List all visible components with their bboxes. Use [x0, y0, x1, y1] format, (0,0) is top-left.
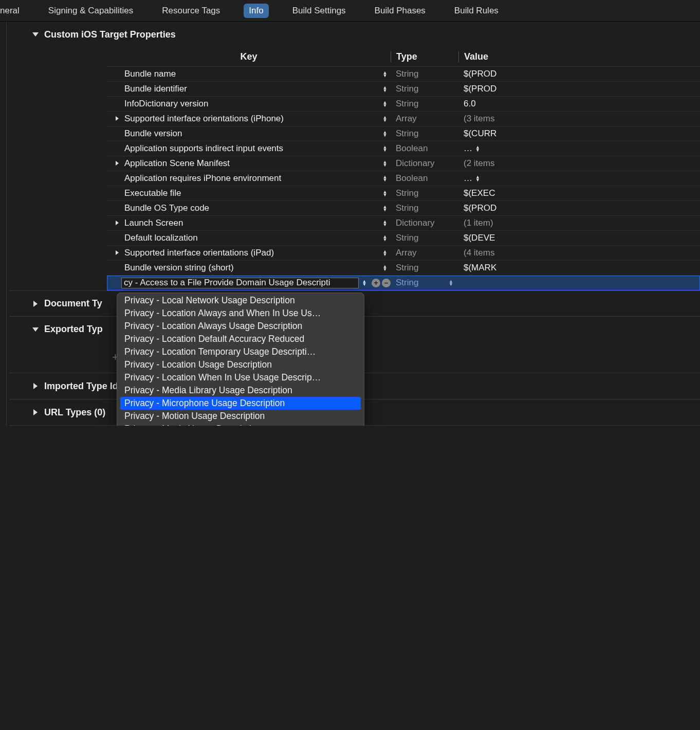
tab-general[interactable]: neral	[0, 4, 25, 18]
value-label: …▲▼	[458, 143, 500, 154]
type-label: String	[391, 233, 458, 243]
plist-row[interactable]: Application requires iPhone environment▲…	[107, 171, 700, 186]
dropdown-option[interactable]: Privacy - Local Network Usage Descriptio…	[117, 294, 364, 307]
plist-row[interactable]: Bundle identifier▲▼String$(PROD	[107, 82, 700, 97]
disclosure-triangle-icon[interactable]	[110, 220, 124, 227]
stepper-icon[interactable]: ▲▼	[379, 265, 391, 271]
type-label: Array	[391, 248, 458, 258]
stepper-icon[interactable]: ▲▼	[359, 280, 370, 286]
value-label: 6.0	[458, 99, 500, 109]
type-label: String	[391, 99, 458, 109]
value-stepper-icon[interactable]: ▲▼	[475, 145, 480, 152]
tab-signing[interactable]: Signing & Capabilities	[43, 4, 138, 18]
add-row-button[interactable]	[372, 279, 380, 287]
key-label: Launch Screen	[124, 218, 379, 228]
dropdown-option[interactable]: Privacy - Location Usage Description	[117, 358, 364, 371]
plist-table: Key Type Value Bundle name▲▼String$(PROD…	[9, 47, 700, 290]
dropdown-option[interactable]: Privacy - Location When In Use Usage Des…	[117, 371, 364, 384]
key-edit-input[interactable]: cy - Access to a File Provide Domain Usa…	[121, 278, 359, 288]
stepper-icon[interactable]: ▲▼	[379, 145, 391, 152]
plist-row[interactable]: Bundle OS Type code▲▼String$(PROD	[107, 201, 700, 216]
key-label: Default localization	[124, 233, 379, 243]
plist-row[interactable]: Application Scene Manifest▲▼Dictionary(2…	[107, 156, 700, 171]
type-label: String	[391, 129, 458, 139]
chevron-down-icon	[32, 31, 39, 38]
value-label: $(PROD	[458, 69, 500, 79]
section-title: Document Ty	[44, 298, 102, 309]
key-label: InfoDictionary version	[124, 99, 379, 109]
plist-row[interactable]: InfoDictionary version▲▼String6.0	[107, 97, 700, 112]
column-headers: Key Type Value	[107, 47, 700, 67]
section-title: Exported Typ	[44, 324, 103, 335]
stepper-icon[interactable]: ▲▼	[379, 235, 391, 241]
value-label: $(MARK	[458, 263, 500, 273]
value-label: $(DEVE	[458, 233, 500, 243]
stepper-icon[interactable]: ▲▼	[379, 190, 391, 196]
value-label: $(EXEC	[458, 188, 500, 198]
tab-resource-tags[interactable]: Resource Tags	[157, 4, 225, 18]
tab-info[interactable]: Info	[244, 4, 268, 18]
stepper-icon[interactable]: ▲▼	[379, 71, 391, 77]
value-stepper-icon[interactable]: ▲▼	[475, 175, 480, 181]
disclosure-triangle-icon[interactable]	[110, 160, 124, 168]
stepper-icon[interactable]: ▲▼	[379, 116, 391, 122]
plist-row-editing[interactable]: cy - Access to a File Provide Domain Usa…	[107, 276, 700, 290]
type-label: Boolean	[391, 143, 458, 154]
stepper-icon[interactable]: ▲▼	[379, 250, 391, 256]
key-label: Bundle OS Type code	[124, 203, 379, 213]
key-label: Supported interface orientations (iPhone…	[124, 114, 379, 124]
tab-build-phases[interactable]: Build Phases	[370, 4, 431, 18]
remove-row-button[interactable]	[382, 279, 391, 287]
type-label: String	[391, 263, 458, 273]
plist-row[interactable]: Bundle version string (short)▲▼String$(M…	[107, 261, 700, 276]
dropdown-option[interactable]: Privacy - Microphone Usage Description	[120, 397, 361, 410]
section-custom-ios-props[interactable]: Custom iOS Target Properties	[9, 22, 700, 47]
disclosure-triangle-icon[interactable]	[110, 249, 124, 257]
col-type: Type	[396, 51, 417, 62]
dropdown-option[interactable]: Privacy - Location Default Accuracy Redu…	[117, 333, 364, 345]
tab-build-settings[interactable]: Build Settings	[287, 4, 351, 18]
dropdown-option[interactable]: Privacy - Motion Usage Description	[117, 410, 364, 423]
type-label: String	[391, 84, 458, 94]
stepper-icon[interactable]: ▲▼	[379, 220, 391, 226]
dropdown-option[interactable]: Privacy - Location Always and When In Us…	[117, 307, 364, 320]
key-autocomplete-dropdown[interactable]: Privacy - Local Network Usage Descriptio…	[117, 293, 364, 426]
tab-build-rules[interactable]: Build Rules	[449, 4, 504, 18]
plist-row[interactable]: Launch Screen▲▼Dictionary(1 item)	[107, 216, 700, 231]
dropdown-option[interactable]: Privacy - Media Library Usage Descriptio…	[117, 384, 364, 397]
value-label: $(PROD	[458, 203, 500, 213]
value-label: $(CURR	[458, 129, 500, 139]
key-label: Bundle version string (short)	[124, 263, 379, 273]
plist-row[interactable]: Default localization▲▼String$(DEVE	[107, 231, 700, 246]
plist-row[interactable]: Supported interface orientations (iPhone…	[107, 112, 700, 126]
key-label: Executable file	[124, 188, 379, 198]
plist-row[interactable]: Application supports indirect input even…	[107, 141, 700, 156]
stepper-icon[interactable]: ▲▼	[379, 131, 391, 137]
type-stepper-icon[interactable]: ▲▼	[449, 280, 453, 286]
plist-row[interactable]: Bundle version▲▼String$(CURR	[107, 126, 700, 141]
dropdown-option[interactable]: Privacy - Location Always Usage Descript…	[117, 320, 364, 333]
value-label: $(PROD	[458, 84, 500, 94]
key-label: Bundle name	[124, 69, 379, 79]
key-label: Supported interface orientations (iPad)	[124, 248, 379, 258]
chevron-down-icon	[32, 326, 39, 333]
plist-row[interactable]: Supported interface orientations (iPad)▲…	[107, 246, 700, 261]
chevron-right-icon	[32, 382, 39, 390]
section-title: URL Types (0)	[44, 407, 105, 418]
dropdown-option[interactable]: Privacy - Music Usage Description	[117, 423, 364, 426]
stepper-icon[interactable]: ▲▼	[379, 101, 391, 107]
stepper-icon[interactable]: ▲▼	[379, 160, 391, 167]
plist-row[interactable]: Bundle name▲▼String$(PROD	[107, 67, 700, 82]
key-label: Bundle identifier	[124, 84, 379, 94]
key-label: Bundle version	[124, 129, 379, 139]
stepper-icon[interactable]: ▲▼	[379, 175, 391, 181]
chevron-right-icon	[32, 409, 39, 416]
dropdown-option[interactable]: Privacy - Location Temporary Usage Descr…	[117, 345, 364, 358]
stepper-icon[interactable]: ▲▼	[379, 205, 391, 211]
type-label: Array	[391, 114, 458, 124]
value-label: (1 item)	[458, 218, 500, 228]
type-label: String	[391, 188, 458, 198]
stepper-icon[interactable]: ▲▼	[379, 86, 391, 92]
plist-row[interactable]: Executable file▲▼String$(EXEC	[107, 186, 700, 201]
disclosure-triangle-icon[interactable]	[110, 115, 124, 123]
